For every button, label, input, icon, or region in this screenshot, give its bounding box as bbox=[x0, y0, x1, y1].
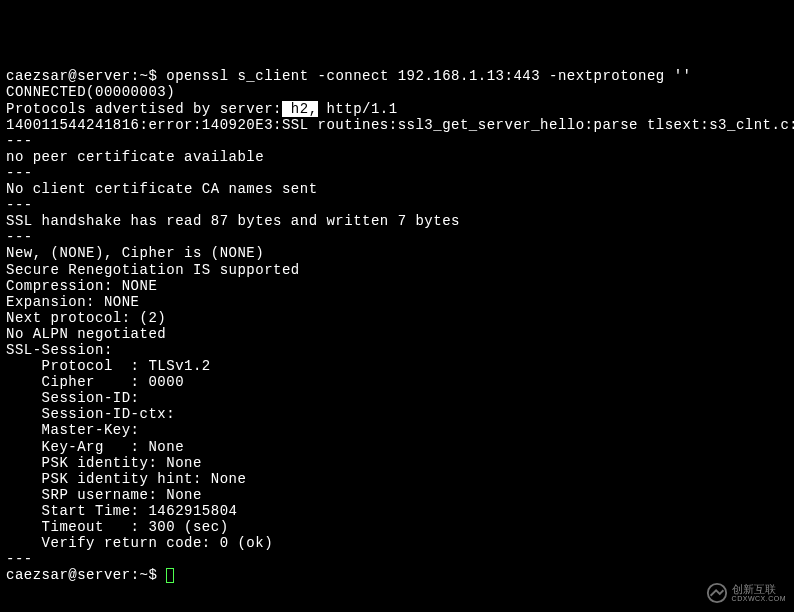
separator: --- bbox=[6, 229, 33, 245]
command-text: openssl s_client -connect 192.168.1.13:4… bbox=[166, 68, 691, 84]
session-verify: Verify return code: 0 (ok) bbox=[6, 535, 273, 551]
separator: --- bbox=[6, 165, 33, 181]
secure-reneg-line: Secure Renegotiation IS supported bbox=[6, 262, 300, 278]
protocols-prefix: Protocols advertised by server: bbox=[6, 101, 282, 117]
prompt-symbol: $ bbox=[148, 567, 166, 583]
ssl-session-header: SSL-Session: bbox=[6, 342, 113, 358]
expansion-line: Expansion: NONE bbox=[6, 294, 140, 310]
session-master-key: Master-Key: bbox=[6, 422, 140, 438]
new-cipher-line: New, (NONE), Cipher is (NONE) bbox=[6, 245, 264, 261]
session-protocol: Protocol : TLSv1.2 bbox=[6, 358, 211, 374]
prompt-user-host: caezsar@server bbox=[6, 567, 131, 583]
protocols-rest: http/1.1 bbox=[318, 101, 398, 117]
no-client-ca-line: No client certificate CA names sent bbox=[6, 181, 318, 197]
watermark-logo-icon bbox=[706, 582, 728, 604]
cursor-icon[interactable] bbox=[166, 568, 174, 583]
no-alpn-line: No ALPN negotiated bbox=[6, 326, 166, 342]
separator: --- bbox=[6, 551, 33, 567]
terminal-output[interactable]: caezsar@server:~$ openssl s_client -conn… bbox=[6, 68, 788, 583]
watermark-text-en: CDXWCX.COM bbox=[732, 595, 786, 602]
session-id-ctx: Session-ID-ctx: bbox=[6, 406, 175, 422]
watermark-text-cn: 创新互联 bbox=[732, 584, 786, 595]
handshake-line: SSL handshake has read 87 bytes and writ… bbox=[6, 213, 460, 229]
next-protocol-line: Next protocol: (2) bbox=[6, 310, 166, 326]
session-srp-user: SRP username: None bbox=[6, 487, 202, 503]
session-id: Session-ID: bbox=[6, 390, 140, 406]
svg-point-0 bbox=[707, 584, 725, 602]
separator: --- bbox=[6, 197, 33, 213]
connected-line: CONNECTED(00000003) bbox=[6, 84, 175, 100]
session-start-time: Start Time: 1462915804 bbox=[6, 503, 237, 519]
watermark: 创新互联 CDXWCX.COM bbox=[706, 582, 786, 604]
prompt-symbol: $ bbox=[148, 68, 166, 84]
session-timeout: Timeout : 300 (sec) bbox=[6, 519, 229, 535]
session-psk-identity: PSK identity: None bbox=[6, 455, 202, 471]
prompt-sep: : bbox=[131, 68, 140, 84]
session-psk-hint: PSK identity hint: None bbox=[6, 471, 246, 487]
session-cipher: Cipher : 0000 bbox=[6, 374, 184, 390]
no-peer-cert-line: no peer certificate available bbox=[6, 149, 264, 165]
error-line: 140011544241816:error:140920E3:SSL routi… bbox=[6, 117, 794, 133]
protocols-h2-highlight: h2, bbox=[282, 101, 318, 117]
compression-line: Compression: NONE bbox=[6, 278, 157, 294]
prompt-sep: : bbox=[131, 567, 140, 583]
session-key-arg: Key-Arg : None bbox=[6, 439, 184, 455]
separator: --- bbox=[6, 133, 33, 149]
prompt-user-host: caezsar@server bbox=[6, 68, 131, 84]
